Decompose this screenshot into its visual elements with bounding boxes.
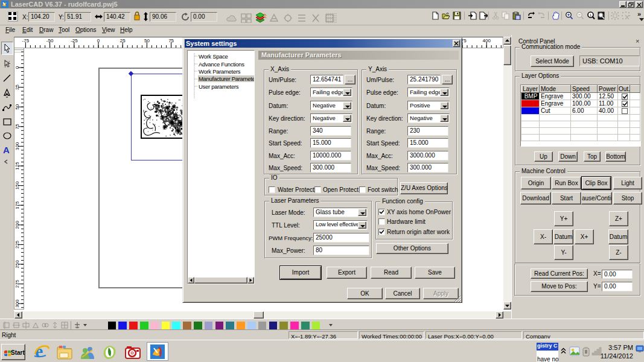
svg-text:400: 400 (483, 38, 491, 43)
svg-text:-25: -25 (71, 38, 78, 43)
svg-text:250: 250 (14, 260, 20, 268)
svg-text:275: 275 (14, 279, 20, 288)
svg-text:25: 25 (14, 84, 20, 90)
svg-text:125: 125 (14, 162, 20, 170)
svg-text:-50: -50 (46, 38, 54, 43)
svg-text:0: 0 (14, 66, 20, 69)
svg-text:200: 200 (14, 221, 20, 229)
svg-text:150: 150 (14, 181, 20, 189)
svg-text:0: 0 (97, 38, 100, 43)
svg-text:75: 75 (168, 38, 174, 43)
svg-text:25: 25 (120, 38, 126, 43)
svg-text:100: 100 (14, 142, 20, 150)
svg-text:-75: -75 (22, 38, 30, 43)
svg-text:225: 225 (14, 240, 20, 249)
svg-text:75: 75 (14, 124, 20, 129)
svg-text:175: 175 (14, 201, 20, 209)
svg-text:50: 50 (14, 104, 20, 109)
svg-text:50: 50 (144, 38, 150, 43)
svg-text:300: 300 (14, 299, 20, 308)
